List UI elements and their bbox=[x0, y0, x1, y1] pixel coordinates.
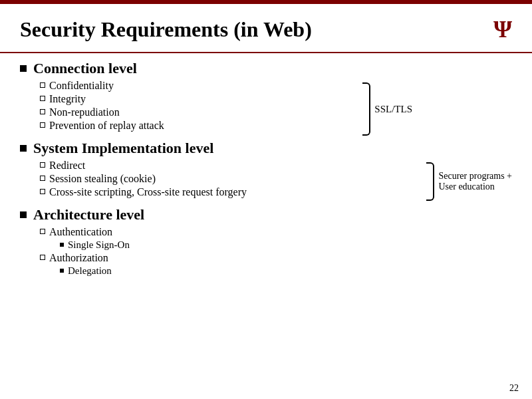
architecture-header: Architecture level bbox=[20, 206, 519, 223]
system-bullet bbox=[20, 145, 27, 152]
list-item: Authorization bbox=[40, 252, 519, 264]
system-header: System Implementation level bbox=[20, 140, 519, 157]
system-item-2: Cross-site scripting, Cross-site request… bbox=[49, 186, 247, 198]
authz-subitems: Delegation bbox=[60, 265, 519, 277]
slide-title: Security Requirements (in Web) bbox=[20, 17, 312, 42]
item-bullet bbox=[40, 122, 45, 128]
section-system: System Implementation level Redirect Ses… bbox=[20, 140, 519, 198]
system-item-0: Redirect bbox=[49, 160, 85, 172]
ssl-label: SSL/TLS bbox=[374, 104, 412, 115]
architecture-title: Architecture level bbox=[33, 206, 144, 223]
list-item: Delegation bbox=[60, 265, 519, 277]
connection-item-2: Non-repudiation bbox=[49, 106, 120, 118]
list-item: Integrity bbox=[40, 93, 519, 105]
connection-items-wrapper: Confidentiality Integrity Non-repudiatio… bbox=[20, 80, 519, 132]
item-bullet bbox=[40, 82, 45, 88]
auth-subitem-0: Single Sign-On bbox=[68, 239, 130, 251]
title-area: Security Requirements (in Web) Ψ bbox=[0, 7, 532, 53]
architecture-item-0: Authentication bbox=[49, 226, 112, 238]
connection-header: Connection level bbox=[20, 60, 519, 77]
system-items-wrapper: Redirect Session stealing (cookie) Cross… bbox=[20, 160, 519, 198]
system-item-1: Session stealing (cookie) bbox=[49, 173, 156, 185]
sub-bullet bbox=[60, 243, 64, 247]
list-item: Single Sign-On bbox=[60, 239, 519, 251]
item-bullet bbox=[40, 255, 45, 260]
securer-annotation: Securer programs + User education bbox=[426, 162, 512, 201]
item-bullet bbox=[40, 229, 45, 234]
securer-label: Securer programs + User education bbox=[438, 171, 512, 192]
securer-line2: User education bbox=[438, 182, 512, 192]
connection-item-0: Confidentiality bbox=[49, 80, 114, 92]
architecture-bullet bbox=[20, 211, 27, 218]
list-item: Confidentiality bbox=[40, 80, 519, 92]
item-bullet bbox=[40, 109, 45, 114]
auth-subitems: Single Sign-On bbox=[60, 239, 519, 251]
sub-bullet bbox=[60, 269, 64, 273]
system-title: System Implementation level bbox=[33, 140, 213, 157]
list-item: Non-repudiation bbox=[40, 106, 519, 118]
connection-item-3: Prevention of replay attack bbox=[49, 120, 164, 132]
architecture-items: Authentication Single Sign-On Authorizat… bbox=[40, 226, 519, 277]
page-number: 22 bbox=[509, 383, 519, 394]
securer-line1: Securer programs + bbox=[438, 171, 512, 182]
list-item: Prevention of replay attack bbox=[40, 120, 519, 132]
architecture-item-1: Authorization bbox=[49, 252, 108, 264]
connection-item-1: Integrity bbox=[49, 93, 86, 105]
ssl-annotation: SSL/TLS bbox=[362, 82, 412, 136]
connection-bullet bbox=[20, 65, 27, 72]
top-bar bbox=[0, 0, 532, 4]
securer-brace bbox=[426, 162, 434, 201]
section-architecture: Architecture level Authentication Single… bbox=[20, 206, 519, 277]
item-bullet bbox=[40, 96, 45, 101]
slide: Security Requirements (in Web) Ψ Connect… bbox=[0, 0, 532, 399]
section-connection: Connection level Confidentiality Integri… bbox=[20, 60, 519, 132]
item-bullet bbox=[40, 176, 45, 181]
content-area: Connection level Confidentiality Integri… bbox=[20, 60, 519, 379]
connection-title: Connection level bbox=[33, 60, 137, 77]
ssl-brace bbox=[362, 82, 370, 136]
item-bullet bbox=[40, 162, 45, 168]
authz-subitem-0: Delegation bbox=[68, 265, 112, 277]
item-bullet bbox=[40, 189, 45, 194]
list-item: Authentication bbox=[40, 226, 519, 238]
logo: Ψ bbox=[487, 13, 519, 45]
connection-items: Confidentiality Integrity Non-repudiatio… bbox=[40, 80, 519, 132]
iu-logo-symbol: Ψ bbox=[493, 15, 512, 43]
